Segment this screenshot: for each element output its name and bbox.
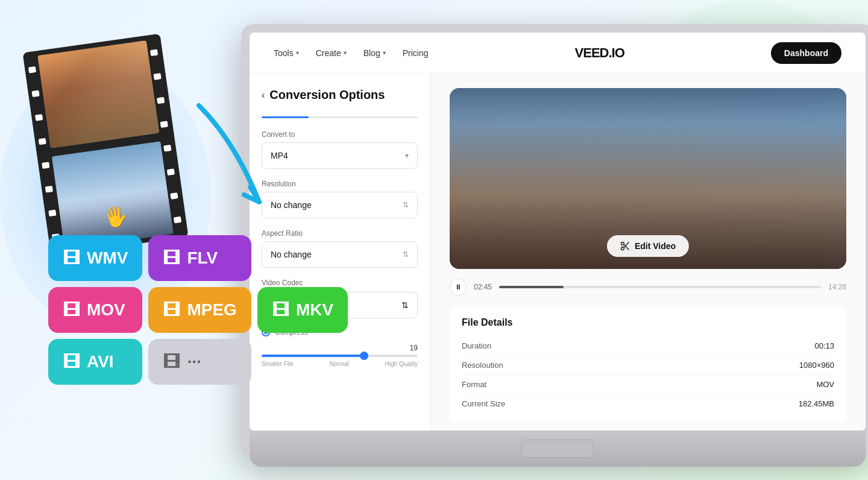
- format-badge-wmv[interactable]: 🎞 WMV: [48, 235, 142, 281]
- format-label-mpeg: MPEG: [187, 300, 236, 320]
- laptop-trackpad: [521, 440, 594, 458]
- film-strip-decoration: 🖐: [22, 34, 188, 256]
- nav-create[interactable]: Create ▾: [316, 48, 347, 58]
- format-label-avi: AVI: [87, 352, 114, 371]
- chevron-down-icon: ▾: [405, 151, 409, 160]
- size-key: Current Size: [462, 399, 505, 408]
- nav-create-label: Create: [316, 48, 341, 58]
- back-header: ‹ Conversion Options: [262, 88, 418, 102]
- site-logo: VEED.IO: [575, 45, 624, 61]
- progress-bar-fill: [262, 116, 309, 118]
- resolution-key: Resoloution: [462, 361, 503, 370]
- back-arrow-icon[interactable]: ‹: [262, 90, 265, 101]
- cursor-hand-icon: 🖐: [102, 204, 129, 230]
- format-badge-avi[interactable]: 🎞 AVI: [48, 339, 142, 385]
- resolution-value: No change: [271, 200, 312, 210]
- detail-row-resolution: Resoloution 1080×960: [462, 356, 834, 375]
- nav-blog[interactable]: Blog ▾: [363, 48, 386, 58]
- pause-button[interactable]: ⏸: [450, 279, 467, 295]
- format-label-mkv: MKV: [296, 300, 333, 320]
- format-badge-mpeg[interactable]: 🎞 MPEG: [148, 287, 251, 333]
- chevron-down-icon: ⇅: [401, 300, 409, 310]
- dashboard-button[interactable]: Dashboard: [771, 42, 841, 64]
- format-badge-mkv[interactable]: 🎞 MKV: [257, 287, 348, 333]
- format-badge-flv[interactable]: 🎞 FLV: [148, 235, 251, 281]
- panel-title: Conversion Options: [269, 88, 385, 102]
- convert-to-field: Convert to MP4 ▾: [262, 130, 418, 169]
- film-icon-wmv: 🎞: [63, 248, 80, 268]
- format-label-wmv: WMV: [87, 248, 128, 268]
- resolution-detail-value: 1080×960: [799, 361, 834, 370]
- size-value: 182.45MB: [799, 399, 834, 408]
- time-current: 02:45: [474, 283, 492, 291]
- duration-value: 00:13: [814, 341, 834, 350]
- film-icon-more: 🎞: [163, 352, 180, 372]
- nav-pricing-label: Pricing: [403, 48, 429, 58]
- film-icon-mkv: 🎞: [272, 300, 289, 320]
- format-label-more: ···: [187, 352, 201, 371]
- format-badges: 🎞 WMV 🎞 FLV 🎞 MOV 🎞 MPEG 🎞 MKV 🎞 AVI 🎞 ·…: [48, 235, 348, 385]
- laptop-base: [250, 431, 866, 467]
- resolution-field: Resolution No change ⇅: [262, 180, 418, 218]
- duration-key: Duration: [462, 341, 491, 350]
- nav-tools-label: Tools: [274, 48, 294, 58]
- film-icon-flv: 🎞: [163, 248, 180, 268]
- timeline-row: ⏸ 02:45 14:28: [450, 279, 846, 295]
- nav-blog-label: Blog: [363, 48, 380, 58]
- nav-left: Tools ▾ Create ▾ Blog ▾ Pricing: [274, 48, 429, 58]
- film-icon-mpeg: 🎞: [163, 300, 180, 320]
- slider-thumb[interactable]: [360, 352, 368, 360]
- chevron-down-icon: ⇅: [403, 201, 409, 209]
- detail-row-size: Current Size 182.45MB: [462, 394, 834, 413]
- detail-row-format: Format MOV: [462, 375, 834, 394]
- chevron-down-icon: ▾: [383, 49, 386, 56]
- time-total: 14:28: [828, 283, 846, 291]
- nav-pricing[interactable]: Pricing: [403, 48, 429, 58]
- navbar: Tools ▾ Create ▾ Blog ▾ Pricing VE: [250, 33, 866, 74]
- format-badge-mov[interactable]: 🎞 MOV: [48, 287, 142, 333]
- resolution-select[interactable]: No change ⇅: [262, 192, 418, 218]
- scissors-icon: [620, 241, 630, 251]
- file-details-title: File Details: [462, 317, 834, 328]
- film-icon-avi: 🎞: [63, 352, 80, 372]
- format-value: MOV: [816, 380, 834, 389]
- progress-bar: [262, 116, 418, 118]
- timeline-fill: [499, 286, 564, 288]
- video-preview: Edit Video: [450, 88, 846, 269]
- film-icon-mov: 🎞: [63, 300, 80, 320]
- convert-to-select[interactable]: MP4 ▾: [262, 142, 418, 169]
- chevron-down-icon: ▾: [344, 49, 347, 56]
- convert-to-label: Convert to: [262, 130, 418, 139]
- convert-to-value: MP4: [271, 151, 288, 160]
- resolution-label: Resolution: [262, 180, 418, 188]
- timeline-bar[interactable]: [499, 286, 821, 288]
- format-key: Format: [462, 380, 486, 389]
- nav-tools[interactable]: Tools ▾: [274, 48, 299, 58]
- right-panel: Edit Video ⏸ 02:45 14:28 File: [430, 74, 866, 431]
- format-label-mov: MOV: [87, 300, 125, 320]
- format-label-flv: FLV: [187, 248, 218, 268]
- detail-row-duration: Duration 00:13: [462, 336, 834, 356]
- edit-video-button[interactable]: Edit Video: [607, 235, 689, 257]
- edit-video-label: Edit Video: [635, 241, 676, 251]
- format-badge-more[interactable]: 🎞 ···: [148, 339, 251, 385]
- chevron-down-icon: ▾: [296, 49, 299, 56]
- chevron-down-icon: ⇅: [403, 250, 409, 259]
- file-details-section: File Details Duration 00:13 Resoloution …: [450, 308, 846, 423]
- slider-max-label: High Quality: [385, 361, 418, 367]
